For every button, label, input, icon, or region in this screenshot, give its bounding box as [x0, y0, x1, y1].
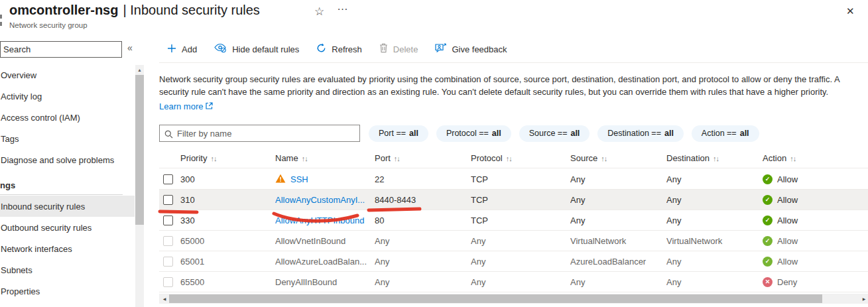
refresh-button-label: Refresh: [332, 44, 362, 54]
table-row-allowanycustom[interactable]: 310 AllowAnyCustomAnyI... 8440-8443 TCP …: [159, 190, 868, 210]
sidebar-item-overview[interactable]: Overview: [0, 64, 135, 86]
cell-action: ✓ Allow: [763, 257, 868, 267]
sidebar-search-input[interactable]: [0, 41, 122, 58]
sidebar-item-tags[interactable]: Tags: [0, 128, 135, 149]
column-header-action[interactable]: Action↑↓: [763, 153, 868, 163]
sidebar-item-diagnose[interactable]: Diagnose and solve problems: [0, 149, 135, 170]
filter-pill-destination[interactable]: Destination ==all: [597, 125, 684, 142]
table-body: 300 SSH 22 TCP Any Any ✓ Allow 310 Allow…: [159, 169, 868, 292]
cell-source: AzureLoadBalancer: [570, 257, 666, 267]
cell-source: Any: [570, 277, 666, 287]
plus-icon: [167, 44, 176, 55]
action-label: Allow: [777, 236, 798, 246]
sidebar-item-properties[interactable]: Properties: [0, 280, 135, 302]
sidebar-item-label: Network interfaces: [1, 244, 72, 254]
cell-action: ✓ Allow: [763, 195, 868, 205]
check-glyph: ✓: [765, 196, 771, 203]
cell-source: Any: [570, 174, 666, 184]
sidebar-item-subnets[interactable]: Subnets: [0, 259, 135, 280]
cell-port: Any: [375, 236, 471, 246]
cell-name: AllowAzureLoadBalan...: [275, 257, 375, 267]
table-row-allowanyhttp[interactable]: 330 AllowAnyHTTPInbound 80 TCP Any Any ✓…: [159, 210, 868, 231]
row-checkbox[interactable]: [163, 236, 173, 246]
action-label: Allow: [777, 174, 798, 184]
filter-pill-port[interactable]: Port ==all: [369, 125, 428, 142]
scroll-up-icon[interactable]: ▲: [135, 65, 144, 74]
sort-icon: ↑↓: [394, 154, 400, 162]
page-title-resource: omcontroller-nsg: [9, 3, 118, 17]
sidebar-item-inbound-security-rules[interactable]: Inbound security rules: [0, 196, 135, 217]
learn-more-link[interactable]: Learn more: [159, 100, 213, 113]
check-glyph: ✓: [765, 258, 771, 265]
rule-name-link[interactable]: SSH: [290, 174, 308, 184]
horizontal-scrollbar-thumb[interactable]: [169, 294, 822, 303]
close-icon[interactable]: ✕: [846, 5, 855, 17]
delete-button-label: Delete: [393, 44, 418, 54]
column-label: Priority: [180, 153, 207, 163]
rule-name-text: AllowAzureLoadBalan...: [275, 257, 367, 267]
sidebar-scrollbar[interactable]: ▲: [135, 65, 144, 307]
table-row-ssh[interactable]: 300 SSH 22 TCP Any Any ✓ Allow: [159, 169, 868, 190]
sort-icon: ↑↓: [601, 154, 607, 162]
cell-priority: 300: [180, 174, 275, 184]
cell-protocol: Any: [471, 277, 570, 287]
add-button[interactable]: Add: [167, 44, 197, 55]
check-glyph: ✓: [765, 237, 771, 244]
collapse-sidebar-icon[interactable]: «: [127, 42, 133, 53]
filter-pill-action[interactable]: Action ==all: [692, 125, 759, 142]
sidebar-item-network-interfaces[interactable]: Network interfaces: [0, 238, 135, 259]
sidebar-item-activity-log[interactable]: Activity log: [0, 86, 135, 107]
row-checkbox[interactable]: [163, 277, 173, 287]
table-row-allowvnet[interactable]: 65000 AllowVnetInBound Any Any VirtualNe…: [159, 231, 868, 251]
row-checkbox[interactable]: [163, 174, 173, 184]
learn-more-label: Learn more: [159, 100, 203, 113]
delete-button[interactable]: Delete: [379, 43, 418, 55]
column-header-priority[interactable]: Priority↑↓: [180, 153, 275, 163]
column-header-port[interactable]: Port↑↓: [375, 153, 471, 163]
cell-port: Any: [375, 277, 471, 287]
refresh-button[interactable]: Refresh: [316, 43, 362, 55]
column-header-protocol[interactable]: Protocol↑↓: [471, 153, 570, 163]
scroll-right-icon[interactable]: ▶: [860, 294, 868, 304]
rule-name-link[interactable]: AllowAnyCustomAnyI...: [275, 195, 365, 205]
rule-name-link[interactable]: AllowAnyHTTPInbound: [275, 215, 364, 225]
filter-by-name-input[interactable]: [159, 125, 360, 142]
description-text: Network security group security rules ar…: [159, 74, 839, 97]
action-label: Deny: [777, 277, 797, 287]
pill-value: all: [409, 129, 418, 138]
scroll-left-icon[interactable]: ◀: [160, 294, 168, 304]
column-label: Destination: [666, 153, 710, 163]
row-checkbox[interactable]: [163, 195, 173, 205]
pill-label: Destination ==: [607, 129, 661, 138]
row-checkbox[interactable]: [163, 257, 173, 267]
table-row-allowazurelb[interactable]: 65001 AllowAzureLoadBalan... Any Any Azu…: [159, 251, 868, 272]
sidebar-item-access-control[interactable]: Access control (IAM): [0, 107, 135, 128]
horizontal-scrollbar[interactable]: ◀ ▶: [159, 294, 868, 304]
row-checkbox[interactable]: [163, 215, 173, 225]
hide-default-rules-button[interactable]: Hide default rules: [214, 43, 299, 55]
column-header-destination[interactable]: Destination↑↓: [666, 153, 763, 163]
sort-icon: ↑↓: [210, 154, 216, 162]
cell-port: 8440-8443: [375, 195, 471, 205]
filter-pill-source[interactable]: Source ==all: [519, 125, 590, 142]
give-feedback-label: Give feedback: [452, 44, 507, 54]
cell-action: ✓ Allow: [763, 215, 868, 225]
check-glyph: ✓: [765, 176, 771, 182]
cell-action: ✓ Allow: [763, 236, 868, 246]
filter-pill-protocol[interactable]: Protocol ==all: [436, 125, 511, 142]
column-label: Name: [275, 153, 298, 163]
sidebar-item-outbound-security-rules[interactable]: Outbound security rules: [0, 217, 135, 238]
column-header-name[interactable]: Name↑↓: [275, 153, 375, 163]
give-feedback-button[interactable]: Give feedback: [435, 43, 507, 55]
column-header-source[interactable]: Source↑↓: [570, 153, 666, 163]
more-options-icon[interactable]: …: [337, 0, 349, 13]
cell-priority: 65000: [180, 236, 275, 246]
favorite-star-icon[interactable]: ☆: [314, 5, 324, 19]
description-block: Network security group security rules ar…: [159, 73, 862, 113]
cell-port: 80: [375, 215, 471, 225]
pill-value: all: [740, 129, 749, 138]
sidebar-scrollbar-thumb[interactable]: [135, 75, 144, 225]
toolbar-divider: [159, 62, 868, 63]
search-icon: [164, 129, 173, 141]
table-row-denyall[interactable]: 65500 DenyAllInBound Any Any Any Any ✕ D…: [159, 272, 868, 292]
